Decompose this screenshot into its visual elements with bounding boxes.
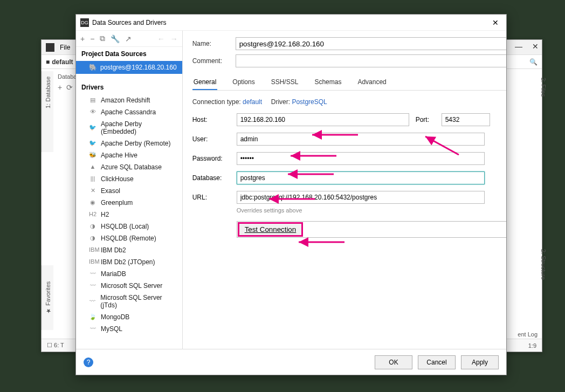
driver-item[interactable]: ◑HSQLDB (Local) <box>76 221 182 232</box>
password-label: Password: <box>192 155 230 162</box>
dialog-close-button[interactable]: ✕ <box>489 18 502 27</box>
ok-button[interactable]: OK <box>375 355 412 369</box>
tab-advanced[interactable]: Advanced <box>356 75 387 90</box>
driver-item[interactable]: H2H2 <box>76 209 182 221</box>
name-label: Name: <box>192 40 230 47</box>
port-input[interactable] <box>442 113 490 126</box>
driver-item[interactable]: IBMIBM Db2 <box>76 244 182 256</box>
driver-item[interactable]: 👁Apache Cassandra <box>76 106 182 118</box>
driver-item[interactable]: 〰MySQL <box>76 323 182 335</box>
driver-item[interactable]: |||ClickHouse <box>76 173 182 185</box>
driver-item[interactable]: ▤Amazon Redshift <box>76 94 182 106</box>
search-icon[interactable]: 🔍 <box>529 58 538 66</box>
driver-icon: H2 <box>89 211 97 218</box>
database-input[interactable] <box>237 171 485 184</box>
driver-icon: 👁 <box>89 108 97 116</box>
name-input[interactable] <box>239 38 506 50</box>
password-input[interactable] <box>237 152 485 165</box>
structure-tab[interactable]: 2: Structure <box>538 249 549 314</box>
driver-item[interactable]: 〰Microsoft SQL Server <box>76 280 182 292</box>
datasource-label: postgres@192.168.20.160 <box>100 64 177 71</box>
driver-label: H2 <box>101 211 109 218</box>
dialog-titlebar: DG Data Sources and Drivers ✕ <box>76 15 506 31</box>
tab-general[interactable]: General <box>192 75 218 90</box>
nav-forward-icon[interactable]: → <box>170 35 178 43</box>
comment-label: Comment: <box>192 57 230 65</box>
driver-item[interactable]: 〰MariaDB <box>76 268 182 280</box>
drivers-list: ▤Amazon Redshift👁Apache Cassandra🐦Apache… <box>76 94 182 349</box>
minimize-icon[interactable]: — <box>515 42 522 51</box>
test-connection-button[interactable]: Test Connection <box>238 222 304 237</box>
driver-item[interactable]: 〰Microsoft SQL Server (jTds) <box>76 292 182 311</box>
file-menu[interactable]: File <box>60 44 70 51</box>
remove-datasource-icon[interactable]: − <box>90 35 94 43</box>
event-log-link[interactable]: ent Log <box>518 331 538 338</box>
driver-item[interactable]: IBMIBM Db2 (JTOpen) <box>76 256 182 268</box>
cancel-button[interactable]: Cancel <box>418 355 456 369</box>
refresh-icon[interactable]: ⟳ <box>66 83 73 92</box>
help-button[interactable]: ? <box>84 357 93 367</box>
driver-icon: ▤ <box>89 97 97 104</box>
driver-label: HSQLDB (Local) <box>101 223 149 230</box>
tab-schemas[interactable]: Schemas <box>313 75 342 90</box>
driver-item[interactable]: 🐦Apache Derby (Embedded) <box>76 118 182 137</box>
driver-icon: 〰 <box>89 270 97 278</box>
copy-icon[interactable]: ⧉ <box>100 34 105 43</box>
driver-label: Microsoft SQL Server (jTds) <box>100 294 176 309</box>
add-icon[interactable]: + <box>58 83 62 92</box>
datasource-item[interactable]: 🐘 postgres@192.168.20.160 <box>76 61 182 74</box>
driver-label: Azure SQL Database <box>101 163 162 171</box>
status-left[interactable]: ☐ 6: T <box>47 342 64 349</box>
drivers-header: Drivers <box>76 80 182 94</box>
connection-type-link[interactable]: default <box>243 98 262 106</box>
url-input[interactable] <box>237 191 485 204</box>
tab-options[interactable]: Options <box>231 75 256 90</box>
project-data-sources-header: Project Data Sources <box>76 47 182 61</box>
driver-label: Greenplum <box>101 199 133 207</box>
wrench-icon[interactable]: 🔧 <box>111 35 120 43</box>
driver-icon: 🐦 <box>89 124 97 132</box>
url-label: URL: <box>192 194 230 201</box>
apply-button[interactable]: Apply <box>461 355 499 369</box>
driver-item[interactable]: ▲Azure SQL Database <box>76 161 182 173</box>
favorites-tab[interactable]: ★ Favorites <box>42 265 53 330</box>
driver-item[interactable]: 🐦Apache Derby (Remote) <box>76 137 182 149</box>
data-sources-dialog: DG Data Sources and Drivers ✕ + − ⧉ 🔧 ↗ … <box>75 14 507 375</box>
driver-label: MongoDB <box>101 313 129 321</box>
dialog-main: Name: Reset Comment: ⤢ General Options S… <box>183 31 506 349</box>
driver-icon: 〰 <box>89 298 96 305</box>
driver-icon: ||| <box>89 175 97 183</box>
config-tabs: General Options SSH/SSL Schemas Advanced <box>192 75 506 91</box>
driver-icon: 🐝 <box>89 152 97 159</box>
files-tab[interactable]: 2: Files <box>538 72 549 137</box>
driver-link[interactable]: PostgreSQL <box>292 98 327 106</box>
driver-icon: 〰 <box>89 282 97 290</box>
driver-icon: 〰 <box>89 325 97 333</box>
app-icon <box>46 43 54 52</box>
driver-item[interactable]: ◉Greenplum <box>76 197 182 209</box>
driver-item[interactable]: ◑HSQLDB (Remote) <box>76 232 182 244</box>
driver-label: Apache Hive <box>101 152 137 159</box>
expand-icon[interactable]: ↗ <box>125 35 132 43</box>
annotation-arrow <box>296 237 350 247</box>
host-input[interactable] <box>237 113 409 126</box>
driver-label: Microsoft SQL Server <box>101 282 162 290</box>
database-tool-tab[interactable]: 1: Database <box>42 71 53 152</box>
comment-input-wrapper: ⤢ <box>236 54 506 67</box>
driver-item[interactable]: 🍃MongoDB <box>76 311 182 323</box>
dialog-title: Data Sources and Drivers <box>92 19 166 26</box>
driver-label: Exasol <box>101 187 120 195</box>
nav-back-icon[interactable]: ← <box>157 35 165 43</box>
driver-icon: 🍃 <box>89 313 97 321</box>
driver-item[interactable]: 🐝Apache Hive <box>76 149 182 161</box>
tab-sshssl[interactable]: SSH/SSL <box>270 75 300 90</box>
driver-item[interactable]: ✕Exasol <box>76 185 182 197</box>
driver-icon: IBM <box>89 246 97 254</box>
user-input[interactable] <box>237 133 485 146</box>
add-datasource-icon[interactable]: + <box>80 35 85 43</box>
driver-icon: ◉ <box>89 199 97 207</box>
close-icon[interactable]: ✕ <box>532 42 539 51</box>
dialog-footer: ? OK Cancel Apply <box>76 349 506 375</box>
driver-label: Amazon Redshift <box>101 97 150 104</box>
comment-input[interactable] <box>239 55 506 67</box>
